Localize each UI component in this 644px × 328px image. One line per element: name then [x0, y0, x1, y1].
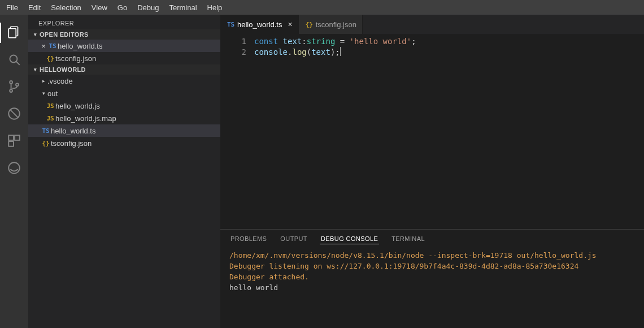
- menu-debug[interactable]: Debug: [132, 1, 164, 14]
- activity-debug[interactable]: [0, 101, 28, 128]
- open-editor-item[interactable]: × TS hello_world.ts: [28, 40, 220, 52]
- svg-rect-9: [8, 135, 14, 140]
- svg-rect-10: [15, 135, 20, 140]
- tree-label: hello_world.js.map: [55, 114, 116, 123]
- debug-console-output[interactable]: /home/xm/.nvm/versions/node/v8.15.1/bin/…: [220, 248, 644, 328]
- menu-help[interactable]: Help: [202, 1, 228, 14]
- close-icon[interactable]: ×: [40, 42, 47, 50]
- activity-search[interactable]: [0, 46, 28, 74]
- menu-view[interactable]: View: [86, 1, 112, 14]
- tree-file[interactable]: TS hello_world.ts: [28, 124, 220, 137]
- js-file-icon: JS: [45, 102, 55, 110]
- bug-icon: [7, 106, 21, 123]
- tree-file[interactable]: {} tsconfig.json: [28, 137, 220, 149]
- tree-label: hello_world.js: [55, 102, 100, 110]
- tree-label: .vscode: [47, 77, 73, 85]
- explorer-sidebar: EXPLORER ▾ OPEN EDITORS × TS hello_world…: [28, 15, 220, 328]
- svg-line-3: [16, 61, 20, 64]
- chevron-down-icon: ▾: [32, 32, 40, 37]
- panel-tab-output[interactable]: OUTPUT: [273, 232, 314, 245]
- editor-area: TS hello_world.ts × {} tsconfig.json 12 …: [220, 15, 644, 328]
- code-content[interactable]: const text:string = 'hello world';consol…: [254, 34, 644, 229]
- tree-file[interactable]: JS hello_world.js: [28, 100, 220, 112]
- explorer-title: EXPLORER: [28, 15, 220, 29]
- chevron-right-icon: ▸: [40, 78, 47, 84]
- menu-file[interactable]: File: [1, 1, 23, 14]
- menu-selection[interactable]: Selection: [46, 1, 86, 14]
- line-number-gutter: 12: [220, 34, 254, 229]
- svg-rect-11: [8, 141, 14, 146]
- docker-icon: [7, 161, 21, 177]
- svg-point-2: [10, 55, 17, 62]
- tree-label: out: [47, 89, 58, 98]
- tree-file[interactable]: JS hello_world.js.map: [28, 112, 220, 124]
- tree-label: hello_world.ts: [51, 127, 96, 135]
- chevron-down-icon: ▾: [32, 67, 40, 72]
- editor-tabs: TS hello_world.ts × {} tsconfig.json: [220, 15, 644, 34]
- extensions-icon: [7, 133, 21, 150]
- activity-explorer[interactable]: [0, 19, 28, 46]
- panel-tab-terminal[interactable]: TERMINAL: [385, 232, 432, 245]
- menu-go[interactable]: Go: [112, 1, 132, 14]
- svg-point-6: [16, 83, 19, 86]
- workspace-header[interactable]: ▾ HELLOWORLD: [28, 64, 220, 75]
- svg-point-12: [8, 162, 20, 174]
- chevron-down-icon: ▾: [40, 90, 47, 96]
- tab-label: hello_world.ts: [237, 20, 282, 29]
- editor-tab-helloworld[interactable]: TS hello_world.ts ×: [220, 15, 299, 34]
- files-icon: [7, 25, 21, 41]
- tree-folder[interactable]: ▾ out: [28, 87, 220, 100]
- text-cursor: [340, 47, 341, 56]
- ts-file-icon: TS: [47, 42, 58, 50]
- ts-file-icon: TS: [41, 127, 51, 135]
- code-editor[interactable]: 12 const text:string = 'hello world';con…: [220, 34, 644, 229]
- svg-rect-1: [8, 28, 16, 37]
- open-editors-header[interactable]: ▾ OPEN EDITORS: [28, 29, 220, 40]
- ts-file-icon: TS: [227, 21, 237, 28]
- panel-tabs: PROBLEMS OUTPUT DEBUG CONSOLE TERMINAL: [220, 230, 644, 248]
- json-file-icon: {}: [306, 21, 316, 28]
- close-icon[interactable]: ×: [288, 20, 293, 29]
- bottom-panel: PROBLEMS OUTPUT DEBUG CONSOLE TERMINAL /…: [220, 229, 644, 328]
- open-editor-label: hello_world.ts: [58, 42, 103, 50]
- activity-docker[interactable]: [0, 155, 28, 182]
- json-file-icon: {}: [41, 140, 51, 147]
- activity-scm[interactable]: [0, 74, 28, 101]
- json-file-icon: {}: [45, 55, 55, 62]
- svg-point-4: [10, 81, 12, 84]
- tab-label: tsconfig.json: [316, 20, 356, 29]
- activity-extensions[interactable]: [0, 128, 28, 155]
- menubar: File Edit Selection View Go Debug Termin…: [0, 0, 644, 15]
- branch-icon: [7, 79, 21, 96]
- editor-tab-tsconfig[interactable]: {} tsconfig.json: [299, 15, 363, 34]
- svg-point-5: [10, 89, 12, 92]
- activity-bar: [0, 15, 28, 328]
- js-file-icon: JS: [45, 115, 55, 122]
- menu-terminal[interactable]: Terminal: [164, 1, 202, 14]
- svg-line-8: [10, 109, 18, 118]
- workspace-title: HELLOWORLD: [40, 66, 86, 73]
- open-editors-title: OPEN EDITORS: [40, 31, 89, 38]
- search-icon: [7, 52, 21, 68]
- panel-tab-problems[interactable]: PROBLEMS: [224, 232, 273, 245]
- panel-tab-debug-console[interactable]: DEBUG CONSOLE: [314, 232, 385, 245]
- menu-edit[interactable]: Edit: [23, 1, 46, 14]
- tree-label: tsconfig.json: [51, 139, 92, 148]
- open-editor-label: tsconfig.json: [55, 54, 96, 63]
- tree-folder[interactable]: ▸ .vscode: [28, 75, 220, 87]
- open-editor-item[interactable]: {} tsconfig.json: [28, 52, 220, 64]
